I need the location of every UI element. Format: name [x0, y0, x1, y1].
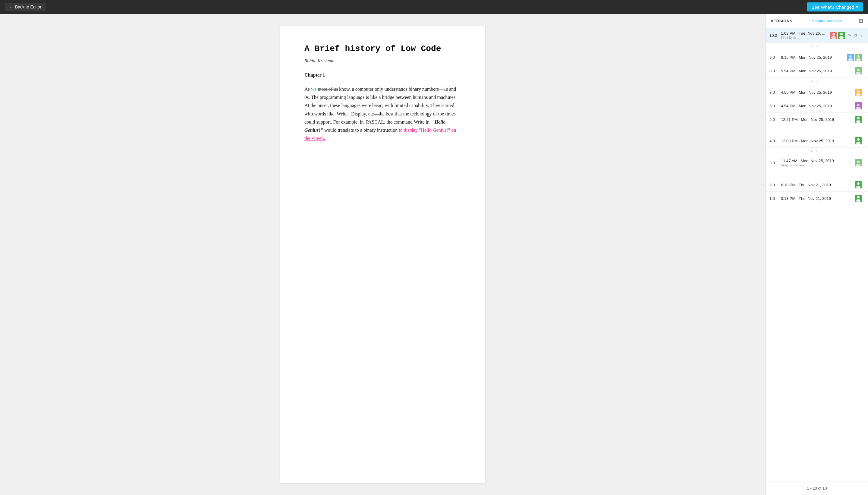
version-item-8-0[interactable]: 8.05.54 PM · Mon, Nov 25, 2019 [766, 64, 868, 78]
version-item-2-0[interactable]: 2.06.18 PM · Thu, Nov 21, 2019 [766, 178, 868, 192]
avatar [855, 195, 862, 202]
version-avatars [855, 89, 862, 96]
avatar [855, 89, 862, 96]
version-number: 7.0 [769, 90, 779, 95]
body-text-know: know, a computer only understands binary… [305, 86, 457, 124]
version-number: 5.0 [769, 117, 779, 122]
version-info: 6.15 PM · Mon, Nov 25, 2019 [781, 55, 845, 60]
version-time: 4.54 PM · Mon, Nov 25, 2019 [781, 104, 852, 108]
avatar [855, 137, 862, 144]
version-info: 1.03 PM · Tue, Nov 26, ...Final Draft [781, 31, 828, 39]
version-time: 12.21 PM · Mon, Nov 25, 2019 [781, 117, 852, 122]
avatar [838, 32, 845, 39]
version-number: 4.0 [769, 139, 779, 143]
svg-point-19 [857, 104, 860, 106]
version-item-6-0[interactable]: 6.04.54 PM · Mon, Nov 25, 2019 [766, 99, 868, 113]
version-info: 6.18 PM · Thu, Nov 21, 2019 [781, 183, 852, 187]
svg-point-22 [857, 117, 860, 119]
version-group-separator: · · · [766, 43, 868, 51]
compare-versions-link[interactable]: Compare Versions [810, 19, 842, 23]
main-layout: A Brief history of Low Code Rohith Krish… [0, 14, 868, 495]
avatar [855, 102, 862, 109]
versions-next-button[interactable]: → [833, 484, 843, 492]
version-item-4-0[interactable]: 4.012.03 PM · Mon, Nov 25, 2019 [766, 134, 868, 148]
version-avatars [855, 181, 862, 188]
versions-panel: VERSIONS Compare Versions ⊞ 10.01.03 PM … [765, 14, 868, 495]
version-item-7-0[interactable]: 7.04.55 PM · Mon, Nov 25, 2019 [766, 86, 868, 99]
svg-point-1 [832, 33, 835, 36]
version-avatars [855, 137, 862, 144]
version-info: 11.47 AM · Mon, Nov 25, 2019Sent for Rev… [781, 158, 852, 167]
body-text-we: we [311, 86, 317, 92]
version-number: 9.0 [769, 55, 779, 60]
document-page: A Brief history of Low Code Rohith Krish… [280, 26, 485, 483]
version-actions: ✎⧉⋮ [848, 32, 864, 39]
version-avatars [855, 195, 862, 202]
avatar [855, 67, 862, 74]
version-label: Sent for Review [781, 164, 852, 167]
chevron-down-icon: ▾ [856, 4, 858, 10]
version-group-separator: · · · [766, 170, 868, 178]
avatar [855, 181, 862, 188]
version-avatars [855, 116, 862, 123]
svg-point-13 [857, 69, 860, 71]
version-info: 12.21 PM · Mon, Nov 25, 2019 [781, 117, 852, 122]
version-item-9-0[interactable]: 9.06.15 PM · Mon, Nov 25, 2019 [766, 51, 868, 64]
version-avatars [855, 67, 862, 74]
body-text-would: would translate to a binary instruction [323, 127, 399, 133]
version-info: 5.54 PM · Mon, Nov 25, 2019 [781, 69, 852, 73]
version-time: 1.03 PM · Tue, Nov 26, ... [781, 31, 828, 36]
version-time: 5.54 PM · Mon, Nov 25, 2019 [781, 69, 852, 73]
version-time: 6.18 PM · Thu, Nov 21, 2019 [781, 183, 852, 187]
versions-menu-icon[interactable]: ⊞ [859, 17, 863, 24]
svg-point-34 [857, 196, 860, 198]
version-item-10-0[interactable]: 10.01.03 PM · Tue, Nov 26, ...Final Draf… [766, 28, 868, 43]
svg-point-25 [857, 138, 860, 141]
back-arrow-icon: ← [9, 4, 13, 9]
version-item-3-0[interactable]: 3.011.47 AM · Mon, Nov 25, 2019Sent for … [766, 156, 868, 170]
document-title: A Brief history of Low Code [305, 44, 461, 53]
version-time: 3.13 PM · Thu, Nov 21, 2019 [781, 196, 852, 201]
version-avatars [847, 54, 862, 61]
version-avatars [855, 159, 862, 166]
version-group-separator: · · · [766, 205, 868, 213]
version-number: 10.0 [769, 33, 779, 38]
version-info: 4.54 PM · Mon, Nov 25, 2019 [781, 104, 852, 108]
version-avatars [830, 32, 845, 39]
version-number: 2.0 [769, 183, 779, 187]
version-group-separator: · · · [766, 148, 868, 156]
versions-prev-button[interactable]: ← [791, 484, 801, 492]
document-area: A Brief history of Low Code Rohith Krish… [0, 14, 765, 495]
back-to-editor-button[interactable]: ← Back to Editor [5, 3, 46, 11]
body-paragraph-1: As we most of us know, a computer only u… [305, 85, 461, 142]
versions-title: VERSIONS [771, 19, 792, 23]
svg-point-31 [857, 182, 860, 185]
see-whats-changed-button[interactable]: See What's Changed ▾ [807, 2, 863, 12]
version-label: Final Draft [781, 36, 828, 39]
version-number: 8.0 [769, 69, 779, 73]
version-avatars [855, 102, 862, 109]
avatar [855, 54, 862, 61]
more-options-icon[interactable]: ⋮ [859, 32, 864, 39]
version-item-5-0[interactable]: 5.012.21 PM · Mon, Nov 25, 2019 [766, 113, 868, 126]
version-time: 4.55 PM · Mon, Nov 25, 2019 [781, 90, 852, 95]
version-time: 6.15 PM · Mon, Nov 25, 2019 [781, 55, 845, 60]
edit-icon[interactable]: ✎ [848, 32, 852, 39]
versions-footer: ← 1 - 10 of 10 → [766, 481, 868, 495]
version-group-separator: · · · [766, 78, 868, 86]
copy-icon[interactable]: ⧉ [853, 32, 858, 38]
version-number: 3.0 [769, 161, 779, 165]
document-author: Rohith Krishnan [305, 58, 461, 63]
document-body: As we most of us know, a computer only u… [305, 85, 461, 142]
svg-point-7 [849, 55, 852, 57]
version-item-1-0[interactable]: 1.03.13 PM · Thu, Nov 21, 2019 [766, 192, 868, 205]
body-text-most-of-us: most of us [318, 86, 338, 92]
version-group-separator: · · · [766, 126, 868, 134]
avatar [847, 54, 854, 61]
versions-header: VERSIONS Compare Versions ⊞ [766, 14, 868, 28]
svg-point-16 [857, 90, 860, 92]
versions-list: 10.01.03 PM · Tue, Nov 26, ...Final Draf… [766, 28, 868, 481]
version-number: 6.0 [769, 104, 779, 108]
version-info: 3.13 PM · Thu, Nov 21, 2019 [781, 196, 852, 201]
version-time: 11.47 AM · Mon, Nov 25, 2019 [781, 158, 852, 163]
